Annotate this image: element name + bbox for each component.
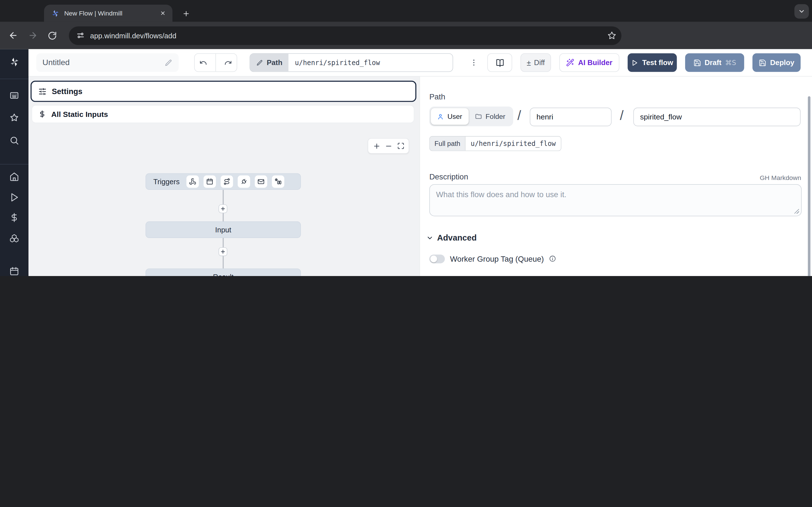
add-step-button[interactable] bbox=[218, 247, 227, 256]
path-heading: Path bbox=[429, 92, 446, 101]
input-node[interactable]: Input bbox=[146, 221, 301, 238]
dollar-icon bbox=[38, 110, 46, 118]
owner-kind-toggle: User Folder bbox=[429, 107, 513, 126]
path-value[interactable]: u/henri/spirited_flow bbox=[289, 59, 386, 66]
tab-overflow-button[interactable] bbox=[795, 4, 809, 18]
draft-label: Draft bbox=[705, 59, 721, 67]
play-icon bbox=[631, 59, 638, 66]
undo-button[interactable] bbox=[195, 54, 211, 71]
poll-trigger-icon[interactable] bbox=[272, 175, 284, 188]
bookmark-star-icon[interactable] bbox=[607, 31, 616, 40]
path-widget-label: Path bbox=[250, 54, 289, 71]
app-sidenav bbox=[0, 49, 29, 276]
fit-view-icon[interactable] bbox=[397, 142, 404, 150]
browser-tab[interactable]: New Flow | Windmill bbox=[44, 5, 172, 22]
diff-button[interactable]: ± Diff bbox=[520, 53, 551, 72]
connector-trigger-icon[interactable] bbox=[238, 175, 250, 188]
schedules-icon[interactable] bbox=[9, 266, 19, 276]
browser-chrome: New Flow | Windmill bbox=[0, 0, 812, 49]
back-icon[interactable] bbox=[5, 27, 21, 44]
draft-shortcut: ⌘S bbox=[725, 59, 736, 66]
user-icon bbox=[437, 113, 444, 120]
tab-close-icon[interactable] bbox=[158, 8, 167, 18]
info-icon[interactable] bbox=[549, 255, 556, 263]
flow-toolbar: Untitled bbox=[29, 49, 812, 76]
path-owner-input[interactable]: henri bbox=[530, 108, 612, 126]
result-node[interactable]: Result bbox=[146, 269, 301, 276]
path-separator: / bbox=[517, 108, 521, 124]
webhook-trigger-icon[interactable] bbox=[186, 175, 199, 188]
diff-icon: ± bbox=[527, 58, 531, 67]
diff-label: Diff bbox=[534, 59, 545, 67]
edit-name-pencil-icon[interactable] bbox=[165, 59, 172, 66]
result-node-label: Result bbox=[213, 273, 234, 276]
windmill-favicon bbox=[51, 9, 59, 17]
docs-button[interactable] bbox=[487, 53, 512, 72]
new-tab-button[interactable] bbox=[179, 7, 193, 20]
path-name-input[interactable]: spirited_flow bbox=[633, 108, 801, 126]
owner-kind-folder[interactable]: Folder bbox=[468, 108, 511, 125]
canvas-zoom-controls bbox=[368, 138, 409, 154]
zoom-in-icon[interactable] bbox=[373, 142, 380, 150]
save-icon bbox=[759, 59, 767, 66]
route-trigger-icon[interactable] bbox=[220, 175, 233, 188]
toggle-row-worker-group-tag: Worker Group Tag (Queue) bbox=[429, 252, 556, 265]
owner-kind-user[interactable]: User bbox=[431, 108, 468, 125]
zoom-out-icon[interactable] bbox=[385, 142, 393, 150]
add-step-button[interactable] bbox=[218, 205, 227, 213]
button-divider bbox=[215, 54, 216, 71]
test-flow-button[interactable]: Test flow bbox=[627, 53, 677, 72]
workspace-switcher-icon[interactable] bbox=[9, 90, 19, 101]
chevron-down-icon bbox=[426, 234, 434, 242]
folder-icon bbox=[474, 113, 482, 120]
settings-node[interactable]: Settings bbox=[31, 81, 416, 102]
site-settings-icon[interactable] bbox=[76, 31, 85, 40]
ai-builder-button[interactable]: AI Builder bbox=[559, 53, 619, 72]
variables-icon[interactable] bbox=[9, 212, 19, 223]
tab-title: New Flow | Windmill bbox=[64, 10, 153, 17]
runs-icon[interactable] bbox=[9, 192, 19, 202]
forward-icon[interactable] bbox=[24, 27, 41, 44]
toggle-switch[interactable] bbox=[429, 255, 445, 263]
description-heading: Description bbox=[429, 172, 468, 181]
description-textarea[interactable] bbox=[429, 184, 802, 216]
address-bar[interactable]: app.windmill.dev/flows/add bbox=[69, 26, 621, 45]
tab-strip: New Flow | Windmill bbox=[0, 0, 812, 22]
triggers-node[interactable]: Triggers bbox=[146, 173, 301, 190]
test-flow-label: Test flow bbox=[642, 59, 673, 67]
full-path-display: Full path u/henri/spirited_flow bbox=[429, 136, 562, 151]
search-icon[interactable] bbox=[9, 135, 19, 145]
windmill-app: Untitled bbox=[0, 49, 812, 276]
all-static-inputs-node[interactable]: All Static Inputs bbox=[32, 105, 414, 123]
deploy-button[interactable]: Deploy bbox=[753, 53, 801, 72]
flow-name-field[interactable]: Untitled bbox=[36, 53, 179, 72]
home-icon[interactable] bbox=[9, 171, 19, 182]
app-main: Untitled bbox=[29, 49, 812, 276]
triggers-node-label: Triggers bbox=[153, 177, 180, 186]
windmill-logo[interactable] bbox=[9, 57, 19, 67]
draft-button[interactable]: Draft ⌘S bbox=[685, 53, 744, 72]
screen: New Flow | Windmill bbox=[0, 0, 812, 276]
all-static-inputs-label: All Static Inputs bbox=[51, 110, 108, 118]
redo-button[interactable] bbox=[220, 54, 237, 71]
refresh-icon[interactable] bbox=[44, 27, 61, 44]
flow-canvas[interactable]: Settings All Static Inputs bbox=[29, 76, 419, 276]
path-separator: / bbox=[620, 108, 624, 124]
url-text: app.windmill.dev/flows/add bbox=[90, 31, 603, 40]
flow-editor-content: Settings All Static Inputs bbox=[29, 76, 812, 276]
favorites-icon[interactable] bbox=[9, 112, 19, 123]
undo-redo-group bbox=[194, 53, 237, 72]
flow-settings-panel: Path User Folder bbox=[419, 76, 812, 276]
path-widget[interactable]: Path u/henri/spirited_flow bbox=[250, 53, 453, 72]
full-path-label: Full path bbox=[430, 136, 465, 151]
markdown-hint: GH Markdown bbox=[760, 174, 801, 182]
book-icon bbox=[495, 58, 504, 67]
sliders-icon bbox=[38, 87, 47, 95]
flow-name-text: Untitled bbox=[43, 58, 70, 67]
advanced-section-header[interactable]: Advanced bbox=[426, 233, 477, 242]
resources-icon[interactable] bbox=[9, 233, 19, 243]
panel-scrollbar[interactable] bbox=[808, 96, 810, 276]
schedule-trigger-icon[interactable] bbox=[204, 175, 216, 188]
more-options-button[interactable] bbox=[466, 53, 481, 72]
email-trigger-icon[interactable] bbox=[255, 175, 267, 188]
